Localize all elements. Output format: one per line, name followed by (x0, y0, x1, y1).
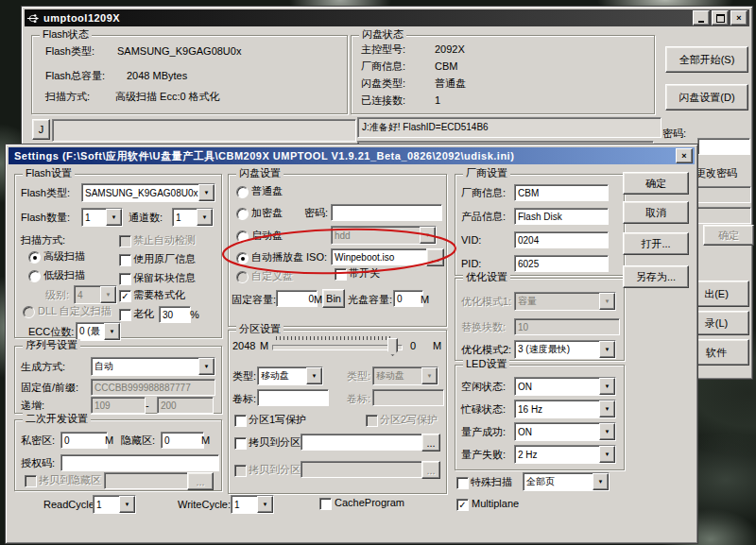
ecc-select[interactable]: 0 (最▼ (76, 322, 121, 341)
change-password-label: 更改密码 (696, 167, 737, 179)
writecycle-select[interactable]: 1▼ (231, 495, 274, 514)
maximize-button[interactable] (712, 10, 729, 26)
cancel-button[interactable]: 取消 (623, 201, 689, 224)
checkbox-multiplane[interactable]: ✓ (456, 499, 469, 511)
chevron-down-icon: ▼ (599, 423, 615, 440)
confirm-password-button[interactable]: 确定 (703, 225, 754, 246)
radio-advanced-scan[interactable] (28, 251, 41, 264)
checkbox-aging-label: 老化 (133, 308, 154, 320)
vendor-value: CBM (435, 60, 457, 73)
slider-track[interactable] (272, 345, 403, 350)
iso-label: ISO: (306, 251, 327, 264)
partition-slider[interactable] (272, 336, 403, 355)
chevron-down-icon: ▼ (119, 496, 135, 513)
cd-capacity-field[interactable]: 0 (393, 290, 423, 307)
led-fail-select[interactable]: 2 Hz▼ (514, 445, 616, 464)
checkbox-copy-hidden-label: 拷贝到隐藏区 (39, 474, 101, 486)
checkbox-cacheprogram[interactable] (319, 498, 332, 510)
private-area-label: 私密区: (21, 434, 55, 447)
password-field[interactable] (697, 138, 750, 155)
pid-field[interactable]: 6025 (514, 255, 609, 272)
radio-encrypted-disk[interactable] (236, 208, 249, 220)
chevron-down-icon: ▼ (599, 400, 615, 417)
dialog-close-button[interactable]: × (676, 148, 693, 163)
flash-count-select[interactable]: 1▼ (81, 208, 123, 227)
optimize-mode2-select[interactable]: 3 (速度最快)▼ (514, 340, 616, 359)
radio-boot-disk[interactable] (236, 230, 249, 243)
flash-type-select[interactable]: SAMSUNG_K9GAG08U0x▼ (81, 183, 215, 202)
radio-custom-disk (236, 271, 249, 283)
chevron-down-icon: ▼ (599, 446, 615, 463)
radio-dll-scan-label: DLL 自定义扫描 (38, 305, 112, 317)
auth-code-field[interactable] (60, 454, 219, 471)
hidden-area-field[interactable]: 0 (161, 432, 204, 449)
led-busy-select[interactable]: 16 Hz▼ (514, 400, 616, 418)
vid-field[interactable]: 0204 (514, 231, 609, 248)
optimize-mode1-select: 容量▼ (514, 292, 616, 311)
progress-bar-1 (52, 119, 356, 142)
copy1-browse-button[interactable]: ... (421, 434, 440, 451)
aging-percent-field[interactable]: 30 (159, 306, 191, 323)
connected-label: 已连接数: (361, 94, 405, 107)
checkbox-need-format[interactable]: ✓ (119, 290, 131, 302)
led-success-select[interactable]: ON▼ (514, 422, 616, 441)
led-idle-label: 空闲状态: (461, 381, 506, 393)
chevron-down-icon: ▼ (599, 341, 615, 358)
volume1-field[interactable] (257, 389, 329, 406)
iso-browse-button[interactable]: ... (426, 248, 444, 266)
radio-autoplay-disk[interactable] (236, 252, 249, 264)
partition2-type-label: 类型: (347, 370, 370, 383)
save-as-button[interactable]: 另存为... (623, 265, 689, 288)
product-info-field[interactable]: Flash Disk (514, 208, 609, 225)
group-partition-settings-title: 分区设置 (236, 323, 284, 335)
status-message: J:准备好! FlashID=ECD514B6 (357, 117, 662, 138)
group-led-settings-title: LED设置 (463, 358, 509, 370)
checkbox-copy1[interactable] (234, 437, 247, 450)
checkbox-special-scan[interactable] (456, 477, 469, 489)
open-button[interactable]: 打开... (623, 232, 689, 255)
gen-mode-select[interactable]: 自动▼ (91, 357, 215, 376)
partition1-type-select[interactable]: 移动盘▼ (257, 366, 323, 385)
fixed-capacity-field[interactable]: 0 (276, 290, 318, 307)
settings-dialog: Settings (F:\Soft\应用软件\U盘量产工具\CBM209X UM… (5, 144, 698, 544)
radio-normal-disk[interactable] (236, 186, 249, 198)
private-area-field[interactable]: 0 (60, 432, 108, 449)
usb-icon (26, 13, 40, 24)
radio-custom-disk-label: 自定义盘 (251, 270, 293, 282)
slider-thumb[interactable] (387, 338, 398, 356)
led-idle-select[interactable]: ON▼ (514, 377, 616, 396)
radio-autoplay-disk-label: 自动播放盘 (251, 251, 303, 264)
disk-type-value: 普通盘 (435, 77, 466, 90)
chevron-down-icon: ▼ (593, 473, 609, 490)
group-usb-settings-title: 闪盘设置 (236, 167, 284, 179)
group-flash-status-title: Flash状态 (40, 28, 92, 41)
checkbox-use-factory[interactable] (119, 254, 131, 266)
copy1-path-field[interactable] (301, 434, 425, 451)
disk-settings-button[interactable]: 闪盘设置(D) (665, 84, 748, 111)
start-all-button[interactable]: 全部开始(S) (665, 46, 748, 73)
minimize-button[interactable] (693, 10, 710, 26)
flash-capacity-value: 2048 MBytes (127, 70, 187, 82)
channel-select[interactable]: 1▼ (172, 208, 214, 227)
checkbox-wp1[interactable] (234, 415, 247, 427)
ok-button[interactable]: 确定 (623, 172, 689, 195)
readcycle-select[interactable]: 1▼ (93, 495, 136, 514)
port-j-button[interactable]: J (32, 119, 50, 140)
checkbox-keep-badblock[interactable] (119, 273, 131, 285)
level-select: 4▼ (74, 285, 117, 304)
vendor-info-field[interactable]: CBM (514, 184, 609, 201)
disk-password-field[interactable] (331, 204, 442, 221)
checkbox-with-switch[interactable] (335, 268, 347, 281)
flash-type-label: Flash类型: (45, 45, 94, 58)
checkbox-aging[interactable] (119, 309, 131, 321)
checkbox-cacheprogram-label: CacheProgram (335, 497, 404, 509)
scan-mode-value: 高级扫描 Ecc:0 格式化 (115, 91, 220, 103)
increment-to-field: 200 (157, 397, 214, 414)
disk-type-label: 闪盘类型: (361, 77, 405, 90)
radio-dll-scan (23, 306, 35, 318)
close-button[interactable]: × (730, 10, 747, 26)
bin-button[interactable]: Bin (322, 289, 345, 308)
special-scan-select[interactable]: 全部页▼ (523, 472, 610, 491)
iso-path-field[interactable]: Winpeboot.iso (331, 248, 431, 265)
radio-low-scan[interactable] (28, 270, 41, 282)
